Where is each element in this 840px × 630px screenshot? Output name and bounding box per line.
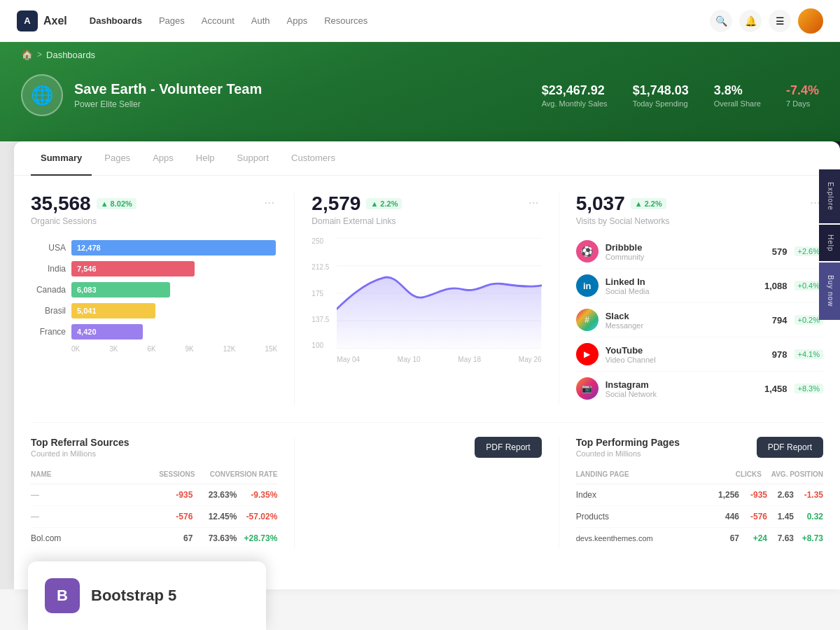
bootstrap-text: Bootstrap 5 xyxy=(91,587,176,605)
page-row-2: Products 446 -576 1.45 0.32 xyxy=(576,506,823,528)
metric-more-2[interactable]: ··· xyxy=(526,192,542,213)
tabs-bar: Summary Pages Apps Help Support Customer… xyxy=(14,141,840,176)
user-avatar[interactable] xyxy=(798,8,823,34)
stat-label: Today Spending xyxy=(633,99,689,108)
referral-row-3: Bol.com 67 73.63% +28.73% xyxy=(31,528,277,549)
tab-apps[interactable]: Apps xyxy=(143,141,183,176)
axis-3k: 3K xyxy=(109,345,118,353)
bar-axis: 0K 3K 6K 9K 12K 15K xyxy=(31,345,277,353)
profile-logo: 🌐 xyxy=(21,74,63,116)
stat-label: 7 Days xyxy=(786,99,819,108)
tab-support[interactable]: Support xyxy=(227,141,279,176)
explore-button[interactable]: Explore xyxy=(819,169,840,223)
menu-button[interactable]: ☰ xyxy=(769,10,791,32)
menu-icon: ☰ xyxy=(776,15,785,27)
youtube-change: +4.1% xyxy=(794,349,824,359)
instagram-info: Instagram Social Network xyxy=(606,379,757,398)
bar-label-brasil: Brasil xyxy=(31,306,66,316)
bar-row-brasil: Brasil 5,041 xyxy=(31,303,277,318)
youtube-type: Video Channel xyxy=(606,356,765,364)
notification-icon: 🔔 xyxy=(745,15,757,27)
bootstrap-icon: B xyxy=(45,578,80,613)
bar-fill-usa: 12,478 xyxy=(71,240,276,255)
instagram-change: +8.3% xyxy=(794,384,824,393)
tab-pages[interactable]: Pages xyxy=(94,141,140,176)
bar-row-canada: Canada 6,083 xyxy=(31,282,277,298)
linkedin-type: Social Media xyxy=(606,287,757,295)
nav-logo[interactable]: A Axel xyxy=(17,10,67,31)
linkedin-value: 1,088 xyxy=(764,281,788,291)
nav-auth[interactable]: Auth xyxy=(251,15,270,26)
y-label-100: 100 xyxy=(312,342,329,349)
nav-resources[interactable]: Resources xyxy=(324,15,368,26)
axis-15k: 15K xyxy=(265,345,278,353)
content-card: Summary Pages Apps Help Support Customer… xyxy=(14,141,840,589)
nav-dashboards[interactable]: Dashboards xyxy=(90,15,142,26)
instagram-type: Social Network xyxy=(606,390,757,398)
x-label-may10: May 10 xyxy=(398,356,421,363)
dashboard-content: 35,568 ▲ 8.02% Organic Sessions ··· USA xyxy=(14,176,840,566)
breadcrumb-current: Dashboards xyxy=(46,50,95,60)
axis-0k: 0K xyxy=(71,345,80,353)
axis-12k: 12K xyxy=(223,345,236,353)
profile-globe-icon: 🌐 xyxy=(31,85,53,106)
pages-subtitle: Counted in Millions xyxy=(576,449,680,458)
search-button[interactable]: 🔍 xyxy=(710,10,732,32)
dribbble-info: Dribbble Community xyxy=(606,242,765,261)
logo-text: Axel xyxy=(43,15,67,27)
profile-stats: $23,467.92 Avg. Monthly Sales $1,748.03 … xyxy=(542,83,819,108)
pdf-area: PDF Report xyxy=(295,437,559,549)
nav-account[interactable]: Account xyxy=(202,15,234,26)
bar-label-usa: USA xyxy=(31,243,66,253)
pdf-report-button[interactable]: PDF Report xyxy=(475,437,541,458)
nav-actions: 🔍 🔔 ☰ xyxy=(710,8,823,34)
social-item-linkedin: in Linked In Social Media 1,088 +0.4% xyxy=(576,269,823,303)
youtube-value: 978 xyxy=(772,349,788,360)
axis-6k: 6K xyxy=(147,345,155,353)
tab-summary[interactable]: Summary xyxy=(31,141,92,176)
page-row-1: Index 1,256 -935 2.63 -1.35 xyxy=(576,484,823,506)
stat-7days: -7.4% 7 Days xyxy=(786,83,819,108)
dribbble-icon: ⚽ xyxy=(576,240,598,262)
bar-row-france: France 4,420 xyxy=(31,324,277,340)
y-label-175: 175 xyxy=(312,290,329,298)
x-label-may26: May 26 xyxy=(519,356,542,363)
buy-now-button[interactable]: Buy now xyxy=(819,262,840,319)
slack-value: 794 xyxy=(772,315,788,326)
pdf-report-button-2[interactable]: PDF Report xyxy=(757,437,823,458)
help-button[interactable]: Help xyxy=(819,225,840,262)
nav-apps[interactable]: Apps xyxy=(287,15,308,26)
slack-type: Messanger xyxy=(606,321,765,330)
nav-pages[interactable]: Pages xyxy=(159,15,185,26)
metric-social-networks: 5,037 ▲ 2.2% Visits by Social Networks ·… xyxy=(559,192,823,405)
metric-label-2: Domain External Links xyxy=(312,216,402,226)
referral-row-2: — -576 12.45% -57.02% xyxy=(31,506,277,528)
linkedin-icon: in xyxy=(576,274,598,297)
page-header-bg: 🏠 > Dashboards 🌐 Save Earth - Volunteer … xyxy=(0,42,840,141)
instagram-value: 1,458 xyxy=(764,384,788,394)
stat-label: Avg. Monthly Sales xyxy=(542,99,608,108)
top-referral: Top Referral Sources Counted in Millions… xyxy=(31,437,295,549)
dribbble-type: Community xyxy=(606,253,765,261)
breadcrumb: 🏠 > Dashboards xyxy=(0,42,840,67)
navbar: A Axel Dashboards Pages Account Auth App… xyxy=(0,0,840,42)
bar-row-india: India 7,546 xyxy=(31,261,277,276)
metric-value-3: 5,037 ▲ 2.2% xyxy=(576,192,670,215)
linkedin-name: Linked In xyxy=(606,276,757,287)
dribbble-name: Dribbble xyxy=(606,242,765,253)
metric-badge-2: ▲ 2.2% xyxy=(366,198,402,209)
stat-monthly-sales: $23,467.92 Avg. Monthly Sales xyxy=(542,83,608,108)
notification-button[interactable]: 🔔 xyxy=(739,10,762,32)
social-list: ⚽ Dribbble Community 579 +2.6% in xyxy=(576,234,823,405)
social-item-youtube: ▶ YouTube Video Channel 978 +4.1% xyxy=(576,337,823,372)
y-label-2125: 212.5 xyxy=(312,263,329,271)
metric-more-1[interactable]: ··· xyxy=(261,192,277,213)
breadcrumb-sep: > xyxy=(37,50,42,59)
tab-help[interactable]: Help xyxy=(186,141,225,176)
profile-header: 🌐 Save Earth - Volunteer Team Power Elit… xyxy=(0,67,840,141)
referral-title: Top Referral Sources xyxy=(31,437,277,448)
stat-value: $23,467.92 xyxy=(542,83,608,98)
x-label-may18: May 18 xyxy=(458,356,481,363)
social-item-instagram: 📷 Instagram Social Network 1,458 +8.3% xyxy=(576,372,823,405)
tab-customers[interactable]: Customers xyxy=(281,141,345,176)
